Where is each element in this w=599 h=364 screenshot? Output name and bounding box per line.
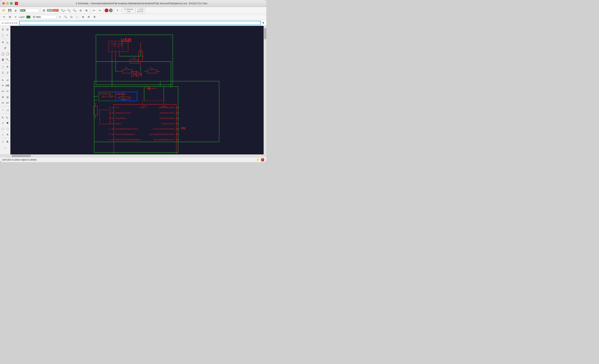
save-button[interactable]: 💾 bbox=[7, 8, 12, 13]
schematic-canvas-area[interactable]: USB GND D+ VBUS R4 bbox=[10, 26, 264, 154]
grid-tool2[interactable]: ⊡ bbox=[69, 15, 74, 19]
paint-tool[interactable]: ✏ bbox=[1, 100, 5, 106]
main-window: ✦ 2 Schematic - /Users/ahmedibrahim/Fab … bbox=[0, 0, 266, 162]
layer-label: Layer: bbox=[19, 16, 25, 18]
settings-tool[interactable]: ⚙ bbox=[86, 15, 91, 19]
zoom-select-button[interactable]: ⊕ bbox=[84, 8, 89, 13]
help-button[interactable]: ? bbox=[115, 8, 120, 13]
paste-tool[interactable]: 📋 bbox=[5, 51, 10, 57]
lt-row-12: ✛ ◎ bbox=[1, 94, 10, 100]
coord-label: 0.1 inch (4.6 3.0) bbox=[1, 22, 18, 24]
close-button[interactable] bbox=[2, 2, 5, 5]
lt-row-10: + AB bbox=[1, 83, 10, 88]
lightning-icon: ⚡ bbox=[256, 158, 260, 161]
svg-text:PB0(XTAL1/CLKI): PB0(XTAL1/CLKI) bbox=[115, 112, 131, 114]
undo-button[interactable]: ↩ bbox=[91, 8, 97, 13]
right-scrollbar[interactable] bbox=[264, 26, 266, 154]
noconnect-tool[interactable]: ◎ bbox=[5, 94, 10, 100]
brd-badge[interactable]: BRD bbox=[20, 9, 25, 12]
snap-tool[interactable]: ✛ bbox=[5, 132, 10, 137]
svg-text:LEDFAB1206: LEDFAB1206 bbox=[99, 93, 111, 95]
pen-tool[interactable]: ✏ bbox=[1, 15, 7, 19]
align-left[interactable]: ▯ bbox=[1, 70, 5, 75]
r3-tool[interactable]: R3 bbox=[5, 89, 10, 94]
lt-row-17: ⬚ ⬚ bbox=[1, 126, 10, 132]
copy-tool[interactable]: 📋 bbox=[1, 51, 5, 57]
filter-tool[interactable]: ≡ bbox=[13, 15, 18, 19]
cross-tool[interactable]: + bbox=[1, 120, 5, 126]
redo-button[interactable]: ↪ bbox=[97, 8, 103, 13]
open-button[interactable]: 📂 bbox=[1, 8, 7, 13]
zoom-out-button[interactable]: 🔍- bbox=[72, 8, 78, 13]
svg-text:R2+: R2+ bbox=[125, 67, 129, 69]
layer-color-swatch bbox=[26, 16, 30, 18]
ulp-badge[interactable]: ULP bbox=[53, 9, 59, 12]
corner-tool[interactable]: ⊾ bbox=[1, 115, 5, 120]
bus-tool[interactable]: ⊿ bbox=[5, 77, 10, 82]
command-input[interactable] bbox=[19, 21, 261, 25]
forward-tool[interactable]: → bbox=[1, 107, 5, 113]
compress-tool[interactable]: ⬚ bbox=[5, 126, 10, 132]
svg-rect-2 bbox=[30, 26, 244, 154]
eye-tool[interactable]: ◎ bbox=[5, 27, 10, 32]
scr-badge[interactable]: SCR bbox=[47, 9, 53, 12]
move-tool[interactable]: ✛ bbox=[1, 40, 5, 45]
connect-tool[interactable]: ⊕ bbox=[80, 15, 86, 19]
x-tool[interactable]: ✖ bbox=[5, 120, 10, 126]
minimize-button[interactable] bbox=[6, 2, 9, 5]
group-tool[interactable]: ⬚ bbox=[1, 64, 5, 70]
ungroup-tool[interactable]: ✛ bbox=[5, 64, 10, 70]
lt-row-19: / A bbox=[1, 139, 10, 144]
expand-tool[interactable]: ↕ bbox=[1, 132, 5, 137]
chevron-tool[interactable]: ⌄ bbox=[1, 145, 9, 150]
text-tool[interactable]: AB bbox=[5, 83, 10, 88]
zoom-fit-button[interactable]: 🔍 bbox=[66, 8, 72, 13]
zoom-in-button[interactable]: 🔍+ bbox=[61, 8, 66, 13]
zoom-out2-button[interactable]: ⊖ bbox=[78, 8, 83, 13]
print-button[interactable]: 🖨 bbox=[13, 8, 18, 13]
window-title: 2 Schematic - /Users/ahmedibrahim/Fab Ac… bbox=[19, 2, 264, 5]
lt-row-13: ✏ 🏷 bbox=[1, 100, 10, 106]
wave-tool[interactable]: ∿ bbox=[57, 15, 62, 19]
grid-tool[interactable]: ⊞ bbox=[7, 15, 12, 19]
stretch-tool[interactable]: ⬚ bbox=[1, 126, 5, 132]
command-bar: 0.1 inch (4.6 3.0) ▼ bbox=[0, 20, 266, 26]
line-tool[interactable]: / bbox=[1, 139, 5, 144]
junction-tool[interactable]: ✛ bbox=[1, 94, 5, 100]
schematic-button[interactable]: ⊞ bbox=[41, 8, 47, 13]
r2-tool[interactable]: R2 bbox=[1, 89, 5, 94]
letter-tool[interactable]: A bbox=[5, 139, 10, 144]
lt-row-15: ⊾ ◺ bbox=[1, 115, 10, 120]
bottom-scrollbar[interactable] bbox=[0, 154, 266, 157]
sep-lt-4 bbox=[1, 106, 9, 107]
add-tool[interactable]: + bbox=[1, 83, 5, 88]
back-tool[interactable]: ◁ bbox=[5, 107, 10, 113]
svg-text:(T0/ADC3)PA3: (T0/ADC3)PA3 bbox=[161, 123, 175, 125]
titlebar: ✦ 2 Schematic - /Users/ahmedibrahim/Fab … bbox=[0, 0, 266, 7]
cmd-dropdown-arrow[interactable]: ▼ bbox=[262, 21, 265, 25]
arc-tool[interactable]: ◺ bbox=[5, 115, 10, 120]
wire-tool[interactable]: ⊾ bbox=[1, 77, 5, 82]
drc-tool[interactable]: ⚙ bbox=[92, 15, 97, 19]
stop-button[interactable] bbox=[105, 9, 108, 12]
info-tool[interactable]: ℹ bbox=[1, 27, 5, 32]
svg-text:VCC: VCC bbox=[142, 105, 147, 107]
zoom-tool[interactable]: 🔍 bbox=[63, 15, 68, 19]
wrench-tool[interactable]: 🔧 bbox=[5, 57, 10, 62]
select-tool[interactable]: ⬚ bbox=[1, 32, 5, 38]
undo-lt[interactable]: ↺ bbox=[1, 45, 9, 51]
pcb-quote-button[interactable]: ⬜ PCB QUOTE bbox=[135, 8, 145, 13]
design-link-button[interactable]: 🔗 DESIGN LINK bbox=[122, 8, 135, 13]
layers-tool[interactable]: ⬚ bbox=[75, 15, 80, 19]
lt-row-11: R2 R3 bbox=[1, 89, 10, 94]
lt-row-4: ↺ bbox=[1, 45, 9, 51]
label-tool[interactable]: 🏷 bbox=[5, 100, 10, 106]
delete-tool[interactable]: 🗑 bbox=[1, 57, 5, 62]
align-right[interactable]: ▯ bbox=[5, 70, 10, 75]
pointer-tool[interactable]: ↖ bbox=[5, 32, 10, 38]
layer-dropdown[interactable]: 91 Nets bbox=[31, 15, 57, 19]
page-input[interactable]: 1/1 bbox=[26, 9, 39, 12]
circle-button[interactable] bbox=[109, 9, 113, 12]
rotate-tool[interactable]: △ bbox=[5, 40, 10, 45]
maximize-button[interactable] bbox=[10, 2, 13, 5]
